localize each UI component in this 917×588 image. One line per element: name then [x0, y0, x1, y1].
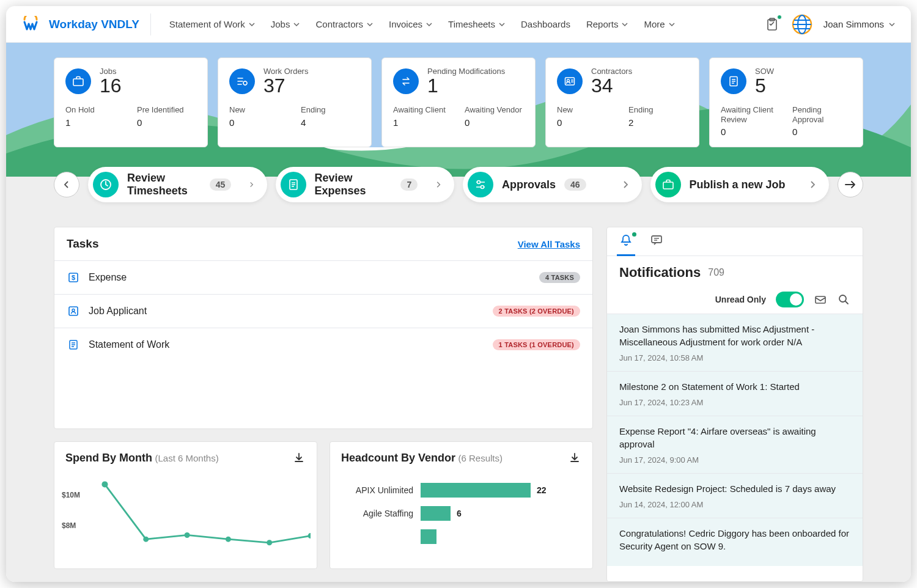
stat-pending-modifications[interactable]: Pending Modifications 1 Awaiting Client1… — [381, 57, 536, 147]
svg-point-30 — [839, 295, 846, 302]
chevron-down-icon — [669, 21, 675, 28]
nav-more[interactable]: More — [636, 14, 682, 34]
search-icon[interactable] — [837, 293, 850, 306]
notifications-count: 709 — [708, 267, 724, 278]
notification-time: Jun 17, 2024, 10:58 AM — [619, 353, 850, 362]
svg-rect-16 — [663, 182, 673, 189]
notification-item[interactable]: Joan Simmons has submitted Misc Adjustme… — [607, 314, 863, 371]
nav-contractors[interactable]: Contractors — [308, 14, 380, 34]
task-job-applicant[interactable]: Job Applicant 2 TASKS (2 OVERDUE) — [54, 294, 592, 328]
bell-icon — [619, 233, 633, 247]
notifications-title: Notifications — [619, 265, 701, 281]
nav-timesheets[interactable]: Timesheets — [441, 14, 512, 34]
notification-message: Milestone 2 on Statement of Work 1: Star… — [619, 380, 850, 393]
receipt-icon — [281, 172, 306, 197]
notification-list[interactable]: Joan Simmons has submitted Misc Adjustme… — [607, 314, 863, 581]
view-all-tasks-link[interactable]: View All Tasks — [518, 239, 580, 249]
headcount-chart-card: Headcount By Vendor (6 Results) APIX Unl… — [330, 441, 593, 569]
tab-notifications[interactable] — [619, 233, 633, 255]
nav-invoices[interactable]: Invoices — [381, 14, 440, 34]
notification-item[interactable]: Milestone 2 on Statement of Work 1: Star… — [607, 371, 863, 416]
chart-title: Spend By Month — [65, 452, 152, 464]
tasks-title: Tasks — [67, 237, 98, 251]
brand-logo[interactable]: Workday VNDLY — [22, 13, 151, 35]
pill-label: Approvals — [502, 178, 556, 191]
notification-item[interactable]: Congratulations! Cedric Diggory has been… — [607, 518, 863, 566]
mark-read-icon[interactable] — [814, 293, 827, 306]
globe-icon[interactable] — [792, 14, 812, 35]
nav-dashboards[interactable]: Dashboards — [514, 14, 578, 34]
brand-name: Workday VNDLY — [49, 18, 139, 31]
unread-only-toggle[interactable] — [776, 292, 804, 307]
swap-icon — [393, 68, 419, 94]
briefcase-icon — [65, 68, 91, 94]
svg-point-15 — [481, 186, 484, 189]
action-pills-row: Review Timesheets 45 Review Expenses 7 A… — [6, 147, 911, 213]
stat-value: 1 — [427, 76, 505, 95]
task-label: Expense — [89, 272, 531, 283]
chevron-down-icon — [426, 21, 432, 28]
scroll-right-button[interactable] — [838, 172, 863, 197]
action-review-expenses[interactable]: Review Expenses 7 — [276, 167, 455, 202]
unread-only-label: Unread Only — [715, 295, 766, 304]
stat-cards: Jobs 16 On Hold1 Pre Identified0 Work Or… — [54, 57, 863, 147]
stat-work-orders[interactable]: Work Orders 37 New0 Ending4 — [218, 57, 372, 147]
download-icon[interactable] — [293, 452, 306, 465]
action-review-timesheets[interactable]: Review Timesheets 45 — [88, 167, 267, 202]
task-label: Statement of Work — [89, 339, 484, 350]
headcount-chart-body: APIX Unlimited 22 Agile Staffing 6 — [330, 471, 592, 568]
nav-label: Statement of Work — [169, 19, 245, 29]
stat-value: 5 — [755, 76, 774, 95]
svg-point-23 — [143, 537, 149, 542]
notification-item[interactable]: Website Redesign Project: Scheduled is 7… — [607, 473, 863, 518]
dollar-icon: $ — [67, 271, 80, 284]
pill-count: 46 — [564, 178, 586, 191]
task-expense[interactable]: $ Expense 4 TASKS — [54, 260, 592, 294]
vendor-bar — [421, 529, 436, 544]
notification-message: Website Redesign Project: Scheduled is 7… — [619, 482, 850, 495]
user-menu[interactable]: Joan Simmons — [823, 19, 895, 29]
download-icon[interactable] — [569, 452, 581, 465]
tasks-card: Tasks View All Tasks $ Expense 4 TASKS J… — [54, 227, 593, 429]
nav-label: Dashboards — [521, 19, 570, 29]
action-approvals[interactable]: Approvals 46 — [463, 167, 642, 202]
svg-rect-28 — [652, 236, 661, 243]
task-badge: 4 TASKS — [539, 272, 580, 283]
y-tick: $10M — [62, 491, 80, 499]
stat-sow[interactable]: SOW 5 Awaiting Client Review0 Pending Ap… — [709, 57, 863, 147]
chart-subtitle: (6 Results) — [458, 453, 503, 463]
workday-logo-icon — [22, 16, 39, 33]
svg-point-14 — [477, 181, 481, 184]
svg-point-27 — [308, 533, 311, 538]
nav-label: Timesheets — [448, 19, 495, 29]
tab-messages[interactable] — [650, 233, 663, 255]
svg-point-20 — [72, 309, 75, 312]
svg-point-8 — [243, 81, 247, 85]
chevron-down-icon — [249, 21, 255, 28]
stat-jobs[interactable]: Jobs 16 On Hold1 Pre Identified0 — [54, 57, 208, 147]
task-sow[interactable]: Statement of Work 1 TASKS (1 OVERDUE) — [54, 328, 592, 361]
nav-jobs[interactable]: Jobs — [263, 14, 308, 34]
clock-icon — [93, 172, 119, 197]
nav-statement-of-work[interactable]: Statement of Work — [162, 14, 262, 34]
svg-point-26 — [267, 540, 272, 545]
top-nav: Workday VNDLY Statement of Work Jobs Con… — [6, 6, 911, 43]
action-publish-job[interactable]: Publish a new Job — [650, 167, 830, 202]
scroll-left-button[interactable] — [54, 172, 79, 197]
nav-label: Jobs — [271, 19, 290, 29]
stat-contractors[interactable]: Contractors 34 New0 Ending2 — [545, 57, 699, 147]
stat-label: Pending Modifications — [427, 67, 505, 76]
headcount-row: APIX Unlimited 22 — [340, 483, 583, 498]
notification-item[interactable]: Expense Report "4: Airfare overseas" is … — [607, 416, 863, 473]
user-area: Joan Simmons — [764, 14, 895, 35]
chat-icon — [650, 233, 663, 247]
document-icon — [721, 68, 746, 94]
nav-label: More — [644, 19, 665, 29]
spend-line-chart — [91, 471, 311, 568]
nav-reports[interactable]: Reports — [579, 14, 636, 34]
vendor-label: APIX Unlimited — [340, 485, 413, 495]
chevron-down-icon — [622, 21, 628, 28]
notification-time: Jun 14, 2024, 12:00 AM — [619, 500, 850, 509]
clipboard-icon[interactable] — [764, 16, 781, 33]
pill-count: 7 — [400, 178, 418, 191]
